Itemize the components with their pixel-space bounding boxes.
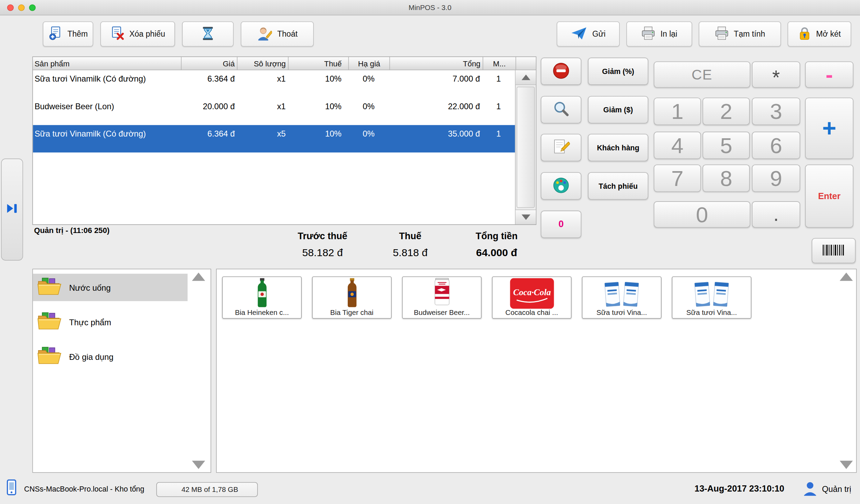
barcode-scan-button[interactable] — [812, 238, 856, 263]
numpad-enter-button[interactable]: Enter — [805, 165, 853, 227]
scroll-down-button[interactable] — [515, 209, 536, 224]
numpad-multiply-button[interactable]: * — [752, 62, 800, 88]
pre-tax-label: Trước thuế — [279, 231, 366, 242]
column-header-total[interactable]: Tổng — [390, 57, 483, 69]
numpad-key-0[interactable]: 0 — [654, 201, 750, 227]
product-scroll-down-icon[interactable] — [840, 461, 853, 469]
order-row-selected[interactable]: Sữa tươi Vinamilk (Có đường) 6.364 đ x5 … — [33, 125, 515, 152]
column-header-tax[interactable]: Thuế — [289, 57, 349, 69]
memory-label: 42 MB of 1,78 GB — [181, 485, 238, 494]
scroll-up-button[interactable] — [515, 70, 536, 85]
subtotal-print-button[interactable]: Tạm tính — [699, 21, 781, 47]
delete-receipt-icon — [110, 26, 124, 42]
numpad-key-3[interactable]: 3 — [752, 97, 800, 125]
cell-product: Sữa tươi Vinamilk (Có đường) — [33, 125, 181, 152]
pre-tax-value: 58.182 đ — [279, 247, 366, 259]
toolbar-left: Thêm Xóa phiếu — [43, 21, 314, 47]
open-drawer-lock-icon — [798, 26, 811, 42]
numpad-ce-button[interactable]: CE — [654, 62, 750, 88]
product-tile-tiger[interactable]: Bia Tiger chai — [312, 277, 392, 319]
category-label: Thực phẩm — [69, 317, 111, 327]
numpad-key-7[interactable]: 7 — [654, 165, 701, 192]
numpad-key-9[interactable]: 9 — [752, 165, 800, 192]
product-tile-vinamilk-1[interactable]: Sữa tươi Vina... — [582, 277, 661, 319]
numpad-minus-button[interactable]: - — [805, 62, 853, 88]
folder-icon — [37, 277, 62, 298]
numpad-key-6[interactable]: 6 — [752, 132, 800, 159]
expand-panel-icon — [6, 203, 18, 216]
search-button[interactable] — [541, 96, 581, 123]
send-button[interactable]: Gửi — [557, 21, 620, 47]
product-tile-vinamilk-2[interactable]: Sữa tươi Vina... — [672, 277, 751, 319]
total-label: Tổng tiền — [451, 231, 542, 242]
category-item-drinks[interactable]: Nước uống — [33, 274, 187, 301]
numpad-key-8[interactable]: 8 — [703, 165, 750, 192]
cell-product: Sữa tươi Vinamilk (Có đường) — [33, 70, 181, 97]
remove-line-button[interactable] — [541, 58, 581, 85]
column-header-quantity[interactable]: Sô lượng — [237, 57, 289, 69]
numpad-key-4[interactable]: 4 — [654, 132, 701, 159]
cell-total: 7.000 đ — [389, 70, 482, 97]
hold-button[interactable] — [182, 21, 234, 47]
exit-button[interactable]: Thoát — [241, 21, 314, 47]
category-item-household[interactable]: Đồ gia dụng — [33, 343, 187, 370]
open-drawer-button[interactable]: Mở két — [788, 21, 851, 47]
host-label: CNSs-MacBook-Pro.local - Kho tổng — [24, 485, 144, 493]
numpad-key-5[interactable]: 5 — [703, 132, 750, 159]
order-table-header: Sản phẩm Giá Sô lượng Thuế Hạ giá Tổng M… — [33, 57, 536, 70]
exit-user-icon — [257, 26, 272, 42]
expand-side-panel-button[interactable] — [1, 159, 23, 261]
column-header-price[interactable]: Giá — [181, 57, 237, 69]
discount-percent-button[interactable]: Giảm (%) — [588, 58, 648, 85]
numpad-key-1[interactable]: 1 — [654, 97, 701, 125]
customer-button[interactable]: Khách hàng — [588, 134, 648, 161]
cell-tax: 10% — [288, 70, 348, 97]
terminal-icon — [6, 479, 18, 498]
product-label: Bia Tiger chai — [314, 308, 390, 317]
split-ticket-button[interactable]: Tách phiếu — [588, 172, 648, 199]
product-tile-cocacola[interactable]: Coca·Cola Cocacola chai ... — [492, 277, 571, 319]
cell-m: 1 — [482, 70, 515, 97]
cell-price: 6.364 đ — [181, 70, 237, 97]
product-tile-budweiser[interactable]: Budweiser Beer... — [402, 277, 482, 319]
memory-usage-widget[interactable]: 42 MB of 1,78 GB — [156, 482, 258, 497]
category-scroll-down-icon[interactable] — [192, 461, 205, 469]
exit-button-label: Thoát — [277, 30, 298, 38]
delete-receipt-button[interactable]: Xóa phiếu — [100, 21, 175, 47]
numpad-plus-button[interactable]: + — [805, 97, 853, 159]
order-row[interactable]: Budweiser Beer (Lon) 20.000 đ x1 10% 0% … — [33, 97, 515, 125]
order-row[interactable]: Sữa tươi Vinamilk (Có đường) 6.364 đ x1 … — [33, 70, 515, 97]
reprint-button-label: In lại — [661, 30, 677, 38]
product-tile-heineken[interactable]: Bia Heineken c... — [222, 277, 302, 319]
numpad-dot-button[interactable]: . — [752, 201, 800, 227]
product-label: Budweiser Beer... — [404, 308, 480, 317]
product-scroll-up-icon[interactable] — [840, 273, 853, 281]
reprint-button[interactable]: In lại — [626, 21, 692, 47]
column-header-product[interactable]: Sản phẩm — [33, 57, 181, 69]
cell-quantity: x5 — [237, 125, 288, 152]
printer-icon — [714, 26, 729, 41]
zero-counter-button[interactable]: 0 — [541, 211, 581, 238]
cell-discount: 0% — [348, 125, 389, 152]
column-header-m[interactable]: M... — [483, 57, 516, 69]
cell-discount: 0% — [348, 70, 389, 97]
summary-total: Tổng tiền 64.000 đ — [451, 231, 542, 259]
add-button[interactable]: Thêm — [43, 21, 93, 47]
edit-note-button[interactable] — [541, 134, 581, 161]
order-table-scrollbar[interactable] — [515, 70, 536, 224]
numpad-key-2[interactable]: 2 — [703, 97, 750, 125]
current-user[interactable]: Quản trị — [803, 480, 851, 497]
category-item-food[interactable]: Thực phẩm — [33, 308, 187, 336]
discount-amount-button[interactable]: Giảm ($) — [588, 96, 648, 123]
category-label: Nước uống — [69, 283, 111, 292]
product-label: Sữa tươi Vina... — [583, 308, 660, 317]
total-value: 64.000 đ — [451, 247, 542, 259]
category-scroll-up-icon[interactable] — [192, 273, 205, 281]
column-header-discount[interactable]: Hạ giá — [349, 57, 390, 69]
theme-palette-button[interactable] — [541, 172, 581, 199]
cell-price: 20.000 đ — [181, 97, 237, 125]
send-icon — [571, 27, 588, 41]
product-image-vinamilk-cartons — [672, 278, 751, 309]
order-footer-note: Quản trị - (11:06 250) — [34, 226, 110, 235]
scrollbar-thumb[interactable] — [517, 87, 535, 208]
